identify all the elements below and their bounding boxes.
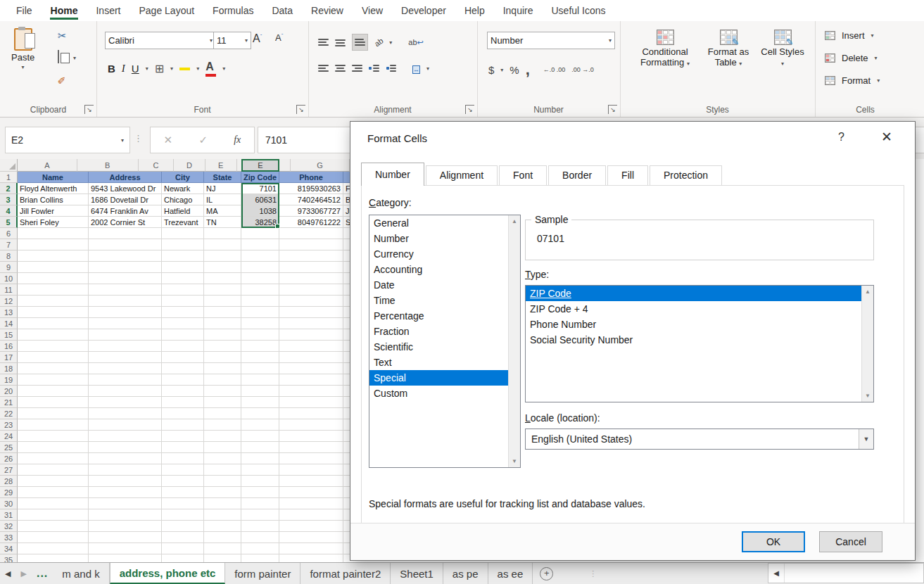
cell-G18[interactable] [343, 363, 350, 374]
alignment-launcher-icon[interactable]: ↘ [465, 105, 474, 114]
cell-D15[interactable] [204, 329, 241, 341]
cell-F26[interactable] [279, 453, 343, 464]
row-header-3[interactable]: 3 [0, 194, 18, 205]
row-header-28[interactable]: 28 [0, 476, 18, 487]
paste-button[interactable]: Paste ▾ [11, 28, 34, 70]
ok-button[interactable]: OK [742, 531, 805, 552]
scroll-up-icon[interactable]: ▲ [865, 286, 871, 298]
cell-F2[interactable]: 8195930263 [279, 183, 343, 194]
cell-E14[interactable] [241, 318, 279, 329]
cell-D25[interactable] [204, 442, 241, 453]
category-item-fraction[interactable]: Fraction [369, 324, 520, 339]
cell-E24[interactable] [241, 431, 279, 442]
cell-F27[interactable] [279, 464, 343, 476]
align-bottom-icon[interactable] [352, 34, 368, 51]
row-header-34[interactable]: 34 [0, 543, 18, 554]
cell-D16[interactable] [204, 341, 241, 352]
cell-C22[interactable] [162, 408, 204, 419]
delete-cells-button[interactable]: Delete▾ [825, 53, 878, 63]
row-header-11[interactable]: 11 [0, 284, 18, 296]
cell-E19[interactable] [241, 374, 279, 386]
cell-B3[interactable]: 1686 Dovetail Dr [89, 194, 162, 205]
cell-G29[interactable] [343, 487, 350, 498]
cell-C16[interactable] [162, 341, 204, 352]
insert-function-icon[interactable]: fx [234, 134, 241, 146]
menu-tab-data[interactable]: Data [262, 2, 302, 21]
dialog-tab-fill[interactable]: Fill [607, 165, 648, 185]
cell-F28[interactable] [279, 476, 343, 487]
row-header-5[interactable]: 5 [0, 217, 18, 228]
cell-E5[interactable]: 38258 [241, 217, 279, 228]
cell-D8[interactable] [204, 250, 241, 262]
cell-G24[interactable] [343, 431, 350, 442]
cell-E4[interactable]: 1038 [241, 205, 279, 217]
cell-D33[interactable] [204, 532, 241, 543]
cell-C10[interactable] [162, 273, 204, 284]
align-center-icon[interactable] [335, 65, 346, 72]
cell-B32[interactable] [89, 521, 162, 532]
cell-G13[interactable] [343, 307, 350, 318]
cell-G33[interactable] [343, 532, 350, 543]
row-header-26[interactable]: 26 [0, 453, 18, 464]
cell-F18[interactable] [279, 363, 343, 374]
cell-A2[interactable]: Floyd Altenwerth [18, 183, 89, 194]
cell-G2[interactable]: Flo [343, 183, 350, 194]
column-header-C[interactable]: C [139, 159, 174, 172]
cell-A7[interactable] [18, 239, 89, 250]
cell-A16[interactable] [18, 341, 89, 352]
cell-C18[interactable] [162, 363, 204, 374]
fill-color-icon[interactable] [179, 67, 190, 70]
row-header-18[interactable]: 18 [0, 363, 18, 374]
row-header-1[interactable]: 1 [0, 172, 18, 183]
cell-C17[interactable] [162, 352, 204, 363]
type-scrollbar[interactable]: ▲ ▼ [861, 286, 873, 402]
cell-A30[interactable] [18, 498, 89, 509]
column-header-D[interactable]: D [174, 159, 205, 172]
cell-G19[interactable] [343, 374, 350, 386]
cell-C12[interactable] [162, 296, 204, 307]
cell-F25[interactable] [279, 442, 343, 453]
cell-G11[interactable] [343, 284, 350, 296]
dialog-tab-number[interactable]: Number [361, 163, 424, 186]
cell-D19[interactable] [204, 374, 241, 386]
cell-B5[interactable]: 2002 Cornier St [89, 217, 162, 228]
cell-C1[interactable]: City [162, 172, 204, 183]
cell-D5[interactable]: TN [204, 217, 241, 228]
locale-dropdown[interactable]: English (United States) ▼ [525, 429, 874, 450]
increase-font-icon[interactable]: Aˆ [253, 32, 262, 45]
category-scrollbar[interactable]: ▲ ▼ [508, 215, 520, 467]
cell-E27[interactable] [241, 464, 279, 476]
align-right-icon[interactable] [352, 65, 362, 72]
column-header-G[interactable]: G [291, 159, 350, 172]
cell-G34[interactable] [343, 543, 350, 554]
copy-dropdown-icon[interactable]: ▾ [73, 55, 76, 61]
cell-C28[interactable] [162, 476, 204, 487]
cell-D21[interactable] [204, 397, 241, 408]
cell-A27[interactable] [18, 464, 89, 476]
row-header-10[interactable]: 10 [0, 273, 18, 284]
cell-D7[interactable] [204, 239, 241, 250]
sheet-tab-address-phone-etc[interactable]: address, phone etc [110, 563, 226, 584]
cell-B23[interactable] [89, 419, 162, 431]
cell-D32[interactable] [204, 521, 241, 532]
cell-C5[interactable]: Trezevant [162, 217, 204, 228]
cell-F15[interactable] [279, 329, 343, 341]
sheet-tab-as-pe[interactable]: as pe [443, 563, 488, 584]
align-middle-icon[interactable] [335, 39, 346, 46]
cell-F29[interactable] [279, 487, 343, 498]
cell-B18[interactable] [89, 363, 162, 374]
cell-G15[interactable] [343, 329, 350, 341]
format-as-table-button[interactable]: ✎ Format as Table ▾ [702, 30, 755, 68]
cell-D17[interactable] [204, 352, 241, 363]
cell-G14[interactable] [343, 318, 350, 329]
cell-G16[interactable] [343, 341, 350, 352]
cell-B25[interactable] [89, 442, 162, 453]
row-header-22[interactable]: 22 [0, 408, 18, 419]
cell-F4[interactable]: 9733067727 [279, 205, 343, 217]
cell-C4[interactable]: Hatfield [162, 205, 204, 217]
type-listbox[interactable]: ZIP CodeZIP Code + 4Phone NumberSocial S… [525, 285, 874, 402]
row-header-27[interactable]: 27 [0, 464, 18, 476]
row-header-7[interactable]: 7 [0, 239, 18, 250]
cell-F8[interactable] [279, 250, 343, 262]
cell-F21[interactable] [279, 397, 343, 408]
